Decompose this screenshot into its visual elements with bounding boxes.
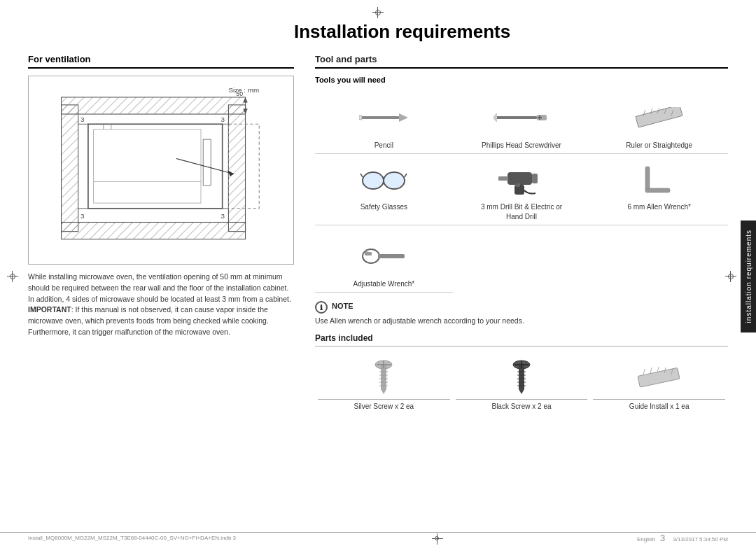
reg-mark-left	[7, 271, 18, 282]
silver-screw-label: Silver Screw x 2 ea	[318, 399, 450, 410]
svg-rect-5	[62, 223, 246, 239]
svg-rect-51	[532, 174, 538, 183]
pencil-label: Pencil	[374, 141, 393, 150]
part-guide-install: Guide Install x 1 ea	[590, 354, 728, 413]
ventilation-note: While installing microwave oven, the ven…	[28, 272, 294, 338]
tool-glasses: Safety Glasses	[315, 154, 453, 225]
svg-rect-29	[359, 115, 362, 120]
svg-line-82	[643, 369, 645, 374]
svg-marker-67	[381, 389, 386, 394]
allen-wrench-icon-area	[638, 160, 680, 198]
tools-grid-row1: Pencil Phillips Head Scr	[315, 92, 728, 225]
svg-marker-28	[399, 113, 408, 122]
pencil-icon	[359, 112, 408, 123]
svg-rect-7	[94, 130, 201, 203]
svg-text:3: 3	[220, 212, 225, 220]
part-black-screw: Black Screw x 2 ea	[453, 354, 591, 413]
svg-text:3: 3	[80, 115, 85, 123]
svg-rect-48	[507, 172, 532, 185]
guide-install-icon	[635, 363, 684, 391]
svg-marker-34	[493, 113, 497, 122]
svg-line-45	[405, 174, 407, 177]
svg-text:50: 50	[236, 90, 243, 97]
note-icon: ℹ	[315, 301, 328, 314]
tool-drill: 3 mm Drill Bit & Electric orHand Drill	[453, 154, 591, 225]
glasses-label: Safety Glasses	[360, 202, 407, 212]
svg-rect-53	[645, 167, 650, 191]
note-text: Use Allen wrench or adjustable wrench ac…	[315, 316, 728, 325]
side-tab: installation requirements	[741, 220, 756, 332]
svg-rect-8	[203, 139, 211, 186]
ventilation-svg: Size : mm	[34, 82, 288, 258]
tool-and-parts-title: Tool and parts	[315, 54, 728, 69]
footer-page-info: English 3 3/13/2017 5:34:50 PM	[637, 533, 728, 543]
adjustable-wrench-icon-area	[361, 237, 407, 275]
svg-rect-57	[365, 252, 372, 255]
content-row: For ventilation Size : mm	[28, 54, 728, 413]
note-section: ℹ NOTE	[315, 301, 728, 314]
drill-label: 3 mm Drill Bit & Electric orHand Drill	[481, 202, 562, 222]
svg-rect-54	[645, 188, 670, 192]
tool-adjustable-wrench: Adjustable Wrench*	[315, 231, 453, 293]
ruler-label: Ruler or Straightedge	[626, 141, 692, 150]
svg-rect-6	[88, 124, 223, 209]
svg-rect-50	[498, 176, 508, 181]
screwdriver-icon-area	[493, 98, 550, 136]
page-container: Installation requirements For ventilatio…	[0, 0, 756, 553]
svg-text:3: 3	[80, 212, 85, 220]
adjustable-wrench-icon	[361, 242, 407, 270]
right-column: Tool and parts Tools you will need Penci…	[315, 54, 728, 413]
footer: Install_MQ8000M_MG22M_MS22M_T3E68-04440C…	[0, 532, 756, 543]
guide-install-icon-area	[635, 358, 684, 396]
svg-text:Size : mm: Size : mm	[228, 86, 259, 94]
footer-center	[432, 533, 442, 543]
ventilation-section-title: For ventilation	[28, 54, 294, 69]
svg-line-83	[650, 368, 652, 373]
tool-screwdriver: Phillips Head Screwdriver	[453, 92, 591, 154]
svg-rect-30	[495, 116, 537, 119]
guide-install-label: Guide Install x 1 ea	[593, 399, 725, 410]
ruler-icon	[633, 107, 685, 128]
silver-screw-icon	[370, 358, 398, 396]
note-title: NOTE	[332, 302, 354, 310]
drill-icon-area	[497, 160, 546, 198]
footer-reg-mark	[432, 533, 442, 543]
svg-rect-56	[378, 254, 405, 258]
svg-rect-4	[62, 97, 246, 114]
svg-line-44	[360, 174, 363, 177]
svg-point-46	[363, 173, 383, 188]
tools-row2: Adjustable Wrench*	[315, 231, 728, 293]
svg-rect-27	[360, 116, 399, 119]
reg-mark-top	[372, 7, 384, 18]
side-tab-text: installation requirements	[745, 230, 752, 323]
pencil-icon-area	[359, 98, 408, 136]
tools-heading: Tools you will need	[315, 76, 728, 84]
page-title: Installation requirements	[28, 21, 728, 43]
parts-grid: Silver Screw x 2 ea	[315, 354, 728, 413]
black-screw-icon	[507, 358, 536, 396]
svg-point-55	[363, 249, 379, 263]
part-silver-screw: Silver Screw x 2 ea	[315, 354, 453, 413]
parts-heading: Parts included	[315, 333, 728, 346]
black-screw-icon-area	[507, 358, 536, 396]
tool-pencil: Pencil	[315, 92, 453, 154]
tool-allen-wrench: 6 mm Allen Wrench*	[590, 154, 728, 225]
adjustable-wrench-label: Adjustable Wrench*	[354, 279, 415, 289]
ventilation-diagram: Size : mm	[28, 76, 294, 265]
left-column: For ventilation Size : mm	[28, 54, 294, 413]
ruler-icon-area	[633, 98, 685, 136]
drill-icon	[497, 160, 546, 198]
svg-rect-2	[62, 105, 78, 232]
svg-rect-52	[516, 183, 520, 187]
screwdriver-icon	[493, 111, 550, 124]
glasses-icon	[359, 163, 408, 195]
tool-ruler: Ruler or Straightedge	[590, 92, 728, 154]
svg-marker-78	[519, 389, 524, 394]
allen-wrench-icon	[638, 160, 680, 198]
glasses-icon-area	[359, 160, 408, 198]
reg-mark-right	[725, 271, 736, 282]
svg-rect-35	[636, 107, 682, 127]
silver-screw-icon-area	[370, 358, 398, 396]
svg-point-47	[384, 173, 404, 188]
svg-text:3: 3	[220, 115, 225, 123]
